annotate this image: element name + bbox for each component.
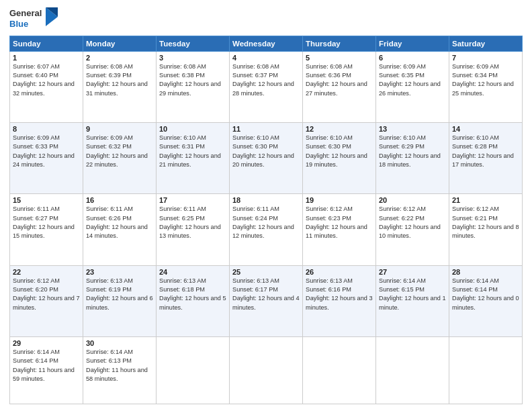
calendar-header-saturday: Saturday (449, 36, 523, 51)
day-info: Sunrise: 6:12 AM Sunset: 6:23 PM Dayligh… (306, 205, 373, 240)
top-section: General Blue (9, 8, 523, 30)
day-info: Sunrise: 6:12 AM Sunset: 6:22 PM Dayligh… (379, 205, 446, 240)
day-info: Sunrise: 6:09 AM Sunset: 6:33 PM Dayligh… (13, 134, 80, 169)
day-number: 19 (306, 196, 373, 204)
logo-blue: Blue (9, 19, 42, 30)
calendar-week-row: 8 Sunrise: 6:09 AM Sunset: 6:33 PM Dayli… (10, 122, 523, 193)
day-info: Sunrise: 6:10 AM Sunset: 6:30 PM Dayligh… (232, 134, 300, 169)
logo-arrow-icon (46, 7, 58, 26)
day-number: 12 (306, 125, 373, 133)
calendar-day-cell: 24 Sunrise: 6:13 AM Sunset: 6:18 PM Dayl… (157, 265, 230, 336)
day-number: 15 (13, 196, 80, 204)
day-number: 5 (306, 54, 373, 62)
calendar-day-cell: 3 Sunrise: 6:08 AM Sunset: 6:38 PM Dayli… (157, 51, 230, 122)
calendar-header-monday: Monday (83, 36, 157, 51)
calendar-day-cell (376, 336, 449, 404)
calendar-day-cell: 11 Sunrise: 6:10 AM Sunset: 6:30 PM Dayl… (230, 122, 303, 193)
day-info: Sunrise: 6:09 AM Sunset: 6:34 PM Dayligh… (452, 62, 519, 98)
calendar-day-cell: 30 Sunrise: 6:14 AM Sunset: 6:13 PM Dayl… (83, 336, 157, 404)
day-info: Sunrise: 6:11 AM Sunset: 6:26 PM Dayligh… (86, 205, 153, 240)
day-info: Sunrise: 6:14 AM Sunset: 6:13 PM Dayligh… (86, 348, 153, 383)
calendar-week-row: 29 Sunrise: 6:14 AM Sunset: 6:14 PM Dayl… (10, 336, 523, 404)
calendar-day-cell: 1 Sunrise: 6:07 AM Sunset: 6:40 PM Dayli… (10, 51, 83, 122)
day-number: 21 (452, 196, 519, 204)
calendar-day-cell: 21 Sunrise: 6:12 AM Sunset: 6:21 PM Dayl… (449, 194, 523, 265)
day-number: 24 (159, 268, 226, 276)
day-info: Sunrise: 6:08 AM Sunset: 6:38 PM Dayligh… (159, 62, 226, 98)
calendar-day-cell: 9 Sunrise: 6:09 AM Sunset: 6:32 PM Dayli… (83, 122, 157, 193)
calendar-day-cell: 8 Sunrise: 6:09 AM Sunset: 6:33 PM Dayli… (10, 122, 83, 193)
calendar-day-cell: 4 Sunrise: 6:08 AM Sunset: 6:37 PM Dayli… (230, 51, 303, 122)
day-info: Sunrise: 6:08 AM Sunset: 6:37 PM Dayligh… (232, 62, 300, 98)
calendar-day-cell (303, 336, 376, 404)
day-number: 1 (13, 54, 80, 62)
day-number: 29 (13, 339, 80, 347)
calendar-day-cell: 16 Sunrise: 6:11 AM Sunset: 6:26 PM Dayl… (83, 194, 157, 265)
day-number: 3 (159, 54, 226, 62)
calendar-table: SundayMondayTuesdayWednesdayThursdayFrid… (9, 36, 523, 405)
day-number: 30 (86, 339, 153, 347)
day-info: Sunrise: 6:13 AM Sunset: 6:19 PM Dayligh… (86, 277, 153, 312)
day-info: Sunrise: 6:08 AM Sunset: 6:36 PM Dayligh… (306, 62, 373, 98)
day-info: Sunrise: 6:10 AM Sunset: 6:30 PM Dayligh… (306, 134, 373, 169)
day-number: 4 (232, 54, 300, 62)
calendar-day-cell (230, 336, 303, 404)
day-number: 16 (86, 196, 153, 204)
day-number: 28 (452, 268, 519, 276)
calendar-day-cell: 26 Sunrise: 6:13 AM Sunset: 6:16 PM Dayl… (303, 265, 376, 336)
day-number: 18 (232, 196, 300, 204)
day-info: Sunrise: 6:12 AM Sunset: 6:21 PM Dayligh… (452, 205, 519, 240)
day-number: 7 (452, 54, 519, 62)
day-info: Sunrise: 6:11 AM Sunset: 6:24 PM Dayligh… (232, 205, 300, 240)
day-info: Sunrise: 6:13 AM Sunset: 6:16 PM Dayligh… (306, 277, 373, 312)
day-info: Sunrise: 6:10 AM Sunset: 6:28 PM Dayligh… (452, 134, 519, 169)
calendar-header-wednesday: Wednesday (230, 36, 303, 51)
calendar-day-cell: 12 Sunrise: 6:10 AM Sunset: 6:30 PM Dayl… (303, 122, 376, 193)
calendar-day-cell: 19 Sunrise: 6:12 AM Sunset: 6:23 PM Dayl… (303, 194, 376, 265)
day-info: Sunrise: 6:07 AM Sunset: 6:40 PM Dayligh… (13, 62, 80, 98)
day-number: 2 (86, 54, 153, 62)
day-number: 10 (159, 125, 226, 133)
calendar-day-cell: 14 Sunrise: 6:10 AM Sunset: 6:28 PM Dayl… (449, 122, 523, 193)
calendar-day-cell: 2 Sunrise: 6:08 AM Sunset: 6:39 PM Dayli… (83, 51, 157, 122)
day-number: 26 (306, 268, 373, 276)
calendar-header-row: SundayMondayTuesdayWednesdayThursdayFrid… (10, 36, 523, 51)
calendar-header-sunday: Sunday (10, 36, 83, 51)
calendar-day-cell: 13 Sunrise: 6:10 AM Sunset: 6:29 PM Dayl… (376, 122, 449, 193)
calendar-day-cell: 29 Sunrise: 6:14 AM Sunset: 6:14 PM Dayl… (10, 336, 83, 404)
calendar-day-cell: 20 Sunrise: 6:12 AM Sunset: 6:22 PM Dayl… (376, 194, 449, 265)
logo: General Blue (9, 8, 58, 30)
day-info: Sunrise: 6:08 AM Sunset: 6:39 PM Dayligh… (86, 62, 153, 98)
day-info: Sunrise: 6:10 AM Sunset: 6:29 PM Dayligh… (379, 134, 446, 169)
day-number: 25 (232, 268, 300, 276)
calendar-week-row: 22 Sunrise: 6:12 AM Sunset: 6:20 PM Dayl… (10, 265, 523, 336)
day-number: 14 (452, 125, 519, 133)
day-info: Sunrise: 6:13 AM Sunset: 6:18 PM Dayligh… (159, 277, 226, 312)
day-number: 17 (159, 196, 226, 204)
calendar-day-cell: 28 Sunrise: 6:14 AM Sunset: 6:14 PM Dayl… (449, 265, 523, 336)
day-info: Sunrise: 6:09 AM Sunset: 6:32 PM Dayligh… (86, 134, 153, 169)
day-number: 6 (379, 54, 446, 62)
day-info: Sunrise: 6:12 AM Sunset: 6:20 PM Dayligh… (13, 277, 80, 312)
day-number: 20 (379, 196, 446, 204)
calendar-header-friday: Friday (376, 36, 449, 51)
calendar-header-thursday: Thursday (303, 36, 376, 51)
calendar-day-cell (157, 336, 230, 404)
calendar-day-cell: 5 Sunrise: 6:08 AM Sunset: 6:36 PM Dayli… (303, 51, 376, 122)
day-number: 9 (86, 125, 153, 133)
page: General Blue SundayMondayTuesdayWednesda… (0, 0, 532, 411)
day-info: Sunrise: 6:11 AM Sunset: 6:27 PM Dayligh… (13, 205, 80, 240)
day-number: 27 (379, 268, 446, 276)
day-info: Sunrise: 6:13 AM Sunset: 6:17 PM Dayligh… (232, 277, 300, 312)
calendar-day-cell: 6 Sunrise: 6:09 AM Sunset: 6:35 PM Dayli… (376, 51, 449, 122)
calendar-week-row: 1 Sunrise: 6:07 AM Sunset: 6:40 PM Dayli… (10, 51, 523, 122)
day-number: 11 (232, 125, 300, 133)
calendar-day-cell: 23 Sunrise: 6:13 AM Sunset: 6:19 PM Dayl… (83, 265, 157, 336)
calendar-day-cell: 7 Sunrise: 6:09 AM Sunset: 6:34 PM Dayli… (449, 51, 523, 122)
day-number: 22 (13, 268, 80, 276)
calendar-week-row: 15 Sunrise: 6:11 AM Sunset: 6:27 PM Dayl… (10, 194, 523, 265)
day-info: Sunrise: 6:09 AM Sunset: 6:35 PM Dayligh… (379, 62, 446, 98)
calendar-day-cell: 15 Sunrise: 6:11 AM Sunset: 6:27 PM Dayl… (10, 194, 83, 265)
day-number: 23 (86, 268, 153, 276)
calendar-day-cell (449, 336, 523, 404)
